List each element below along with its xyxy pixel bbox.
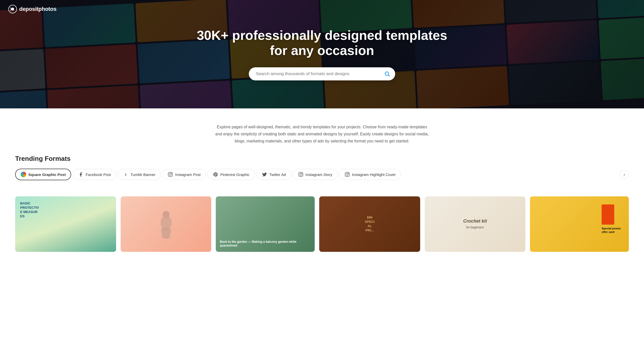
card-visual (121, 196, 211, 252)
tab-facebook-post[interactable]: Facebook Post (73, 169, 116, 180)
twitter-icon (262, 172, 267, 177)
template-card[interactable]: BASICPROTECTIVE MEASURES (15, 196, 116, 252)
card-label: Crochet kitfor beginners (463, 218, 487, 230)
svg-point-6 (300, 173, 302, 175)
description-section: Explore pages of well-designed, thematic… (208, 108, 436, 155)
template-cards-row: BASICPROTECTIVE MEASURES Back to the gar… (0, 190, 644, 252)
pinterest-icon (213, 172, 218, 177)
tab-twitter-ad[interactable]: Twitter Ad (256, 169, 291, 180)
trending-title: Trending Formats (15, 155, 629, 163)
svg-rect-8 (345, 172, 349, 177)
svg-point-3 (169, 173, 171, 175)
tab-label: Instagram Highlight Cover (352, 172, 396, 177)
tab-label: Instagram Post (175, 172, 201, 177)
template-card[interactable]: Back to the garden — Making a balcony ga… (216, 196, 315, 252)
tab-label: Pinterest Graphic (220, 172, 250, 177)
nav-next-button[interactable]: › (620, 170, 629, 179)
svg-point-4 (171, 173, 172, 174)
instagram-story-icon (298, 172, 304, 177)
trending-section: Trending Formats Square Graphic Post Fac… (0, 155, 644, 190)
search-input[interactable] (256, 71, 384, 76)
search-bar (249, 67, 395, 80)
square-post-icon (21, 172, 26, 177)
svg-point-10 (348, 173, 349, 174)
tab-pinterest-graphic[interactable]: Pinterest Graphic (207, 169, 255, 180)
search-icon (384, 71, 390, 77)
tab-label: Twitter Ad (269, 172, 286, 177)
hero-section: 30K+ professionally designed templates f… (0, 0, 644, 108)
logo[interactable]: depositphotos (8, 5, 57, 14)
instagram-highlight-icon (344, 172, 350, 177)
tab-instagram-story[interactable]: Instagram Story (293, 169, 338, 180)
template-card[interactable]: Crochet kitfor beginners (425, 196, 526, 252)
card-label: Special promooffer card (602, 227, 621, 234)
svg-point-7 (302, 173, 302, 174)
tab-label: Tumblr Banner (130, 172, 155, 177)
tab-tumblr-banner[interactable]: t Tumblr Banner (118, 169, 161, 180)
template-card[interactable]: Special promooffer card (530, 196, 629, 252)
hero-content: 30K+ professionally designed templates f… (0, 28, 644, 80)
description-text: Explore pages of well-designed, thematic… (213, 124, 431, 145)
template-card[interactable] (121, 196, 211, 252)
tab-instagram-post[interactable]: Instagram Post (162, 169, 206, 180)
template-card[interactable]: $99SPECIALPRI... (319, 196, 420, 252)
format-tabs: Square Graphic Post Facebook Post t Tumb… (15, 169, 629, 180)
card-visual: Special promooffer card (598, 200, 625, 248)
svg-rect-2 (168, 172, 173, 177)
logo-icon (8, 5, 17, 14)
card-label: Back to the garden — Making a balcony ga… (220, 240, 311, 248)
header: depositphotos (0, 0, 65, 18)
svg-point-12 (163, 211, 170, 218)
chevron-right-icon: › (624, 172, 625, 177)
card-label: $99SPECIALPRI... (365, 216, 374, 233)
tab-label: Instagram Story (306, 172, 332, 177)
tumblr-icon: t (123, 172, 128, 177)
instagram-icon (168, 172, 173, 177)
card-label: BASICPROTECTIVE MEASURES (20, 201, 111, 219)
logo-text: depositphotos (19, 6, 57, 12)
svg-rect-5 (299, 172, 303, 177)
tab-label: Square Graphic Post (28, 172, 66, 177)
search-button[interactable] (384, 71, 390, 77)
hero-title: 30K+ professionally designed templates f… (5, 28, 639, 58)
tab-square-graphic-post[interactable]: Square Graphic Post (15, 169, 71, 180)
tab-label: Facebook Post (86, 172, 111, 177)
facebook-icon (78, 172, 84, 177)
svg-point-9 (346, 173, 348, 175)
tab-instagram-highlight-cover[interactable]: Instagram Highlight Cover (339, 169, 401, 180)
